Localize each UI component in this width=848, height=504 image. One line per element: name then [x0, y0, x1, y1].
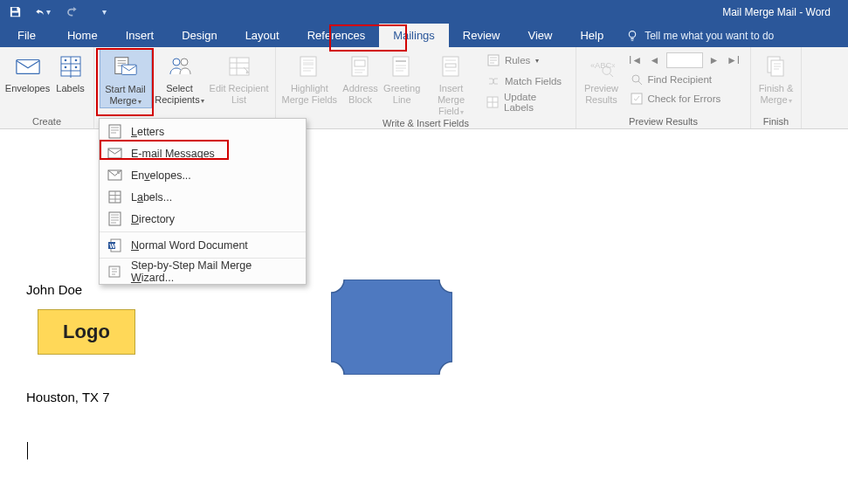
text-caret — [27, 442, 28, 459]
start-mail-merge-menu: Letters E-mail Messages Envelopes... Lab… — [99, 118, 307, 285]
group-preview: «ABC» Preview Results I◄ ◄ ► ►I Find Rec… — [576, 47, 751, 128]
menu-envelopes[interactable]: Envelopes... — [100, 164, 306, 186]
shape-plaque[interactable] — [331, 280, 452, 375]
logo-placeholder[interactable]: Logo — [38, 309, 135, 355]
envelopes-label: Envelopes — [5, 83, 50, 107]
logo-text: Logo — [63, 321, 110, 343]
wizard-icon — [107, 264, 122, 280]
last-record-icon: ►I — [726, 52, 741, 68]
ribbon: Envelopes Labels Create Start Mail Merge… — [0, 47, 848, 129]
start-mail-merge-icon — [112, 53, 140, 81]
dropdown-arrow-icon: ▾ — [460, 108, 464, 116]
svg-text:«ABC»: «ABC» — [589, 61, 614, 70]
rules-button: Rules▾ — [483, 51, 569, 70]
svg-rect-1 — [16, 60, 38, 74]
find-recipient-label: Find Recipient — [648, 74, 713, 85]
lightbulb-icon — [626, 30, 638, 42]
menu-directory-label: irectory — [139, 213, 175, 225]
insert-merge-field-button: Insert Merge Field▾ — [423, 49, 479, 118]
tab-view[interactable]: View — [514, 24, 566, 47]
svg-rect-13 — [303, 62, 314, 66]
menu-directory[interactable]: Directory — [100, 208, 306, 230]
group-write-insert-label: Write & Insert Fields — [383, 118, 469, 128]
select-recipients-icon — [166, 52, 194, 80]
update-labels-icon — [486, 95, 500, 109]
qat-customize-icon[interactable]: ▾ — [96, 4, 112, 20]
tell-me-search[interactable]: Tell me what you want to do — [626, 24, 774, 47]
tab-layout[interactable]: Layout — [231, 24, 293, 47]
title-bar: ▾ ▾ Mail Merge Mail - Word — [0, 0, 848, 24]
edit-recipient-list-label: Edit Recipient List — [210, 83, 269, 107]
match-fields-button: Match Fields — [483, 72, 569, 91]
dropdown-arrow-icon: ▾ — [138, 98, 141, 106]
svg-rect-26 — [771, 60, 783, 76]
envelopes-menu-icon — [107, 168, 122, 183]
tab-review[interactable]: Review — [449, 24, 514, 47]
redo-button[interactable] — [63, 4, 79, 20]
email-icon — [107, 146, 122, 162]
rules-icon — [486, 53, 500, 67]
finish-merge-button: Finish & Merge▾ — [754, 49, 799, 107]
svg-point-23 — [632, 75, 639, 82]
tab-references[interactable]: References — [293, 24, 379, 47]
menu-wizard-label: izard... — [141, 272, 175, 284]
tab-file[interactable]: File — [0, 24, 53, 47]
ribbon-tabs: File Home Insert Design Layout Reference… — [0, 24, 848, 47]
next-record-icon: ► — [707, 52, 722, 68]
svg-rect-11 — [230, 58, 249, 75]
directory-icon — [107, 211, 122, 227]
tab-mailings[interactable]: Mailings — [379, 24, 449, 47]
tab-insert[interactable]: Insert — [112, 24, 169, 47]
preview-results-button: «ABC» Preview Results — [581, 49, 623, 107]
check-errors-icon — [630, 92, 644, 106]
insert-merge-field-icon — [438, 52, 465, 80]
svg-point-3 — [64, 59, 66, 62]
group-create: Envelopes Labels Create — [0, 47, 94, 128]
tab-home[interactable]: Home — [53, 24, 112, 47]
record-nav: I◄ ◄ ► ►I — [623, 49, 747, 70]
greeting-line-label: Greeting Line — [383, 83, 421, 107]
save-icon[interactable] — [7, 4, 23, 20]
address-block-icon — [347, 52, 375, 80]
menu-wizard[interactable]: Step-by-Step Mail Merge Wizard... — [100, 258, 306, 282]
svg-rect-8 — [121, 65, 136, 74]
dropdown-arrow-icon: ▾ — [46, 7, 51, 17]
envelopes-button[interactable]: Envelopes — [4, 49, 52, 107]
menu-letters-label: etters — [137, 126, 164, 138]
svg-text:W: W — [110, 242, 116, 248]
group-start-merge: Start Mail Merge▾ Select Recipients▾ Edi… — [94, 47, 276, 128]
tab-design[interactable]: Design — [168, 24, 231, 47]
find-recipient-button: Find Recipient — [623, 70, 747, 89]
prev-record-icon: ◄ — [647, 52, 663, 68]
labels-menu-icon — [107, 190, 122, 205]
group-finish: Finish & Merge▾ Finish — [751, 47, 802, 128]
dropdown-arrow-icon: ▾ — [201, 97, 204, 105]
group-preview-label: Preview Results — [629, 114, 698, 128]
tab-help[interactable]: Help — [566, 24, 617, 47]
window-title: Mail Merge Mail - Word — [112, 6, 848, 18]
word-doc-icon: W — [107, 238, 122, 253]
group-write-insert: Highlight Merge Fields Address Block Gre… — [276, 47, 576, 128]
labels-button[interactable]: Labels — [52, 49, 90, 107]
greeting-line-button: Greeting Line — [381, 49, 423, 107]
undo-button[interactable]: ▾ — [35, 4, 51, 20]
menu-email-label: -mail Messages — [138, 148, 215, 160]
start-mail-merge-button[interactable]: Start Mail Merge▾ — [100, 49, 152, 108]
finish-merge-icon — [762, 52, 790, 80]
select-recipients-button[interactable]: Select Recipients▾ — [152, 49, 208, 107]
svg-rect-30 — [117, 171, 120, 174]
check-errors-label: Check for Errors — [648, 93, 721, 104]
menu-labels[interactable]: Labels... — [100, 186, 306, 208]
tell-me-label: Tell me what you want to do — [645, 30, 774, 42]
envelope-icon — [14, 52, 42, 80]
menu-email-messages[interactable]: E-mail Messages — [100, 142, 306, 164]
highlight-fields-icon — [295, 52, 323, 80]
menu-letters[interactable]: Letters — [100, 121, 306, 142]
match-fields-label: Match Fields — [505, 76, 562, 86]
svg-point-6 — [74, 66, 77, 69]
address-block-label: Address Block — [341, 83, 380, 107]
dropdown-arrow-icon: ▾ — [789, 97, 792, 105]
menu-normal-doc[interactable]: W Normal Word Document — [100, 231, 306, 256]
record-number-box — [666, 52, 703, 68]
svg-point-4 — [74, 59, 77, 62]
